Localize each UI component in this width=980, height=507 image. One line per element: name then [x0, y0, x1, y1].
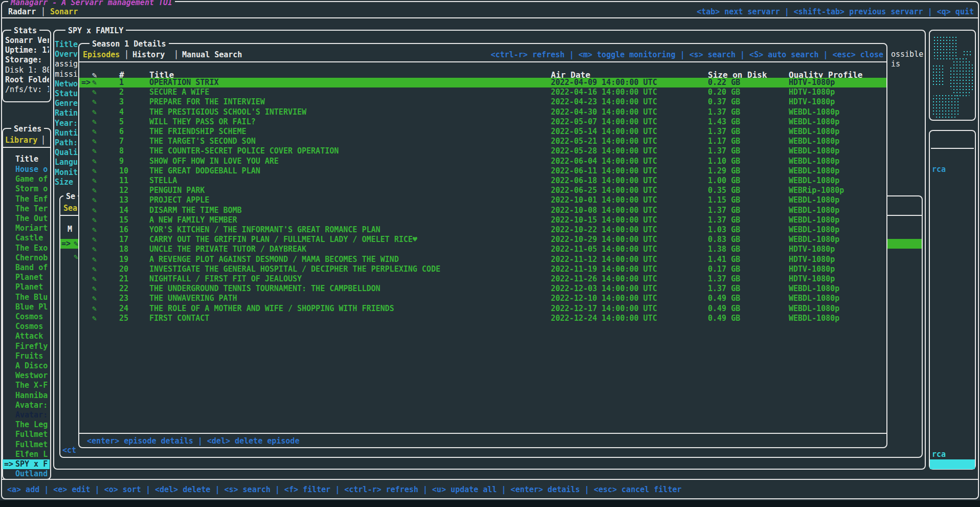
series-detail-field-label: Quali	[55, 148, 78, 158]
series-list-item[interactable]: => Planet	[3, 282, 50, 292]
series-list-item[interactable]: => Blue Pl	[3, 302, 50, 312]
series-item-label: The Ter	[15, 204, 48, 214]
series-list-item[interactable]: => A Disco	[3, 361, 50, 371]
series-list-item[interactable]: => Cosmos	[3, 312, 50, 322]
tab-sonarr[interactable]: Sonarr	[50, 7, 78, 17]
series-list-item[interactable]: => Fullmet	[3, 440, 50, 450]
episode-row[interactable]: => ✎ 8 THE COUNTER-SECRET POLICE COVER O…	[79, 146, 886, 156]
series-list-item[interactable]: => Hanniba	[3, 391, 50, 401]
series-list-item[interactable]: => Castle	[3, 233, 50, 243]
episode-row[interactable]: => ✎ 23 THE UNWAVERING PATH 2022-12-10 1…	[79, 294, 886, 303]
episode-quality-profile: HDTV-1080p	[789, 274, 835, 284]
series-list-item[interactable]: => Firefly	[3, 342, 50, 351]
popup-footer-keybind-hints: <enter> episode details | <del> delete e…	[87, 436, 299, 446]
series-item-label: Cosmos	[15, 312, 43, 322]
episode-number: 23	[119, 294, 128, 303]
series-list-item[interactable]: => The Exo	[3, 244, 50, 253]
series-list-item[interactable]: => Outland	[3, 469, 50, 479]
episode-air-date: 2022-04-16 14:00:00 UTC	[551, 87, 657, 97]
episode-air-date: 2022-10-01 14:00:00 UTC	[551, 195, 657, 205]
series-list-item[interactable]: => Attack	[3, 332, 50, 341]
main-table-right-edge-panel	[929, 130, 976, 470]
episode-air-date: 2022-10-15 14:00:00 UTC	[551, 215, 657, 225]
episode-number: 3	[119, 97, 124, 107]
episode-tag-icon: ✎	[92, 294, 97, 303]
series-list-item[interactable]: => Chernob	[3, 253, 50, 263]
episode-row[interactable]: => ✎ 5 WILL THEY PASS OR FAIL? 2022-05-0…	[79, 117, 886, 127]
episode-row[interactable]: => ✎ 14 DISARM THE TIME BOMB 2022-10-08 …	[79, 206, 886, 215]
episode-row[interactable]: => ✎ 18 UNCLE THE PRIVATE TUTOR / DAYBRE…	[79, 245, 886, 254]
series-list-item[interactable]: => Avatar:	[3, 401, 50, 410]
seasons-column-header-fragment: M	[68, 225, 72, 234]
episode-row[interactable]: => ✎ 7 THE TARGET'S SECOND SON 2022-05-2…	[79, 137, 886, 146]
series-list-item[interactable]: => Cosmos	[3, 322, 50, 332]
episode-tag-icon: ✎	[92, 78, 97, 87]
episode-row[interactable]: => ✎ 1 OPERATION STRIX 2022-04-09 14:00:…	[79, 78, 886, 87]
series-details-title: SPY x FAMILY	[65, 26, 126, 36]
episode-row[interactable]: => ✎ 3 PREPARE FOR THE INTERVIEW 2022-04…	[79, 97, 886, 107]
series-item-label: The Blu	[15, 293, 48, 302]
stats-line: Sonarr Ver	[5, 36, 49, 46]
bottom-help-divider	[2, 479, 978, 480]
episode-size: 1.37 GB	[708, 215, 740, 225]
series-detail-field-label: Genre	[55, 99, 78, 108]
episode-row[interactable]: => ✎ 20 INVESTIGATE THE GENERAL HOSPITAL…	[79, 264, 886, 274]
tab-manual-search[interactable]: Manual Search	[182, 50, 242, 60]
stats-panel-title: Stats	[11, 26, 39, 36]
episode-row[interactable]: => ✎ 22 THE UNDERGROUND TENNIS TOURNAMEN…	[79, 284, 886, 294]
episode-row[interactable]: => ✎ 24 THE ROLE OF A MOTHER AND WIFE / …	[79, 304, 886, 314]
episode-quality-profile: WEBDL-1080p	[789, 215, 839, 225]
series-detail-field-label: Monit	[55, 168, 78, 178]
episode-tag-icon: ✎	[92, 166, 97, 176]
series-list-item[interactable]: => Elfen L	[3, 450, 50, 459]
episode-row[interactable]: => ✎ 25 FIRST CONTACT 2022-12-24 14:00:0…	[79, 314, 886, 323]
episode-title: INVESTIGATE THE GENERAL HOSPITAL / DECIP…	[149, 264, 440, 274]
episode-row[interactable]: => ✎ 19 A REVENGE PLOT AGAINST DESMOND /…	[79, 255, 886, 264]
series-list-item[interactable]: => Avatar:	[3, 410, 50, 420]
series-item-label: Elfen L	[15, 450, 48, 459]
episode-row[interactable]: => ✎ 21 NIGHTFALL / FIRST FIT OF JEALOUS…	[79, 274, 886, 284]
series-list-item[interactable]: => Fullmet	[3, 430, 50, 439]
seasons-tab-fragment[interactable]: Sea	[63, 204, 77, 213]
series-list-item[interactable]: => The Blu	[3, 293, 50, 302]
episode-row[interactable]: => ✎ 11 STELLA 2022-06-18 14:00:00 UTC 1…	[79, 176, 886, 186]
episode-row[interactable]: => ✎ 6 THE FRIENDSHIP SCHEME 2022-05-14 …	[79, 127, 886, 137]
series-item-label: Blue Pl	[15, 302, 48, 312]
episode-row[interactable]: => ✎ 17 CARRY OUT THE GRIFFIN PLAN / FUL…	[79, 235, 886, 245]
episode-quality-profile: HDTV-1080p	[789, 87, 835, 97]
episode-row[interactable]: => ✎ 12 PENGUIN PARK 2022-06-25 14:00:00…	[79, 186, 886, 195]
series-list-item[interactable]: => The X-F	[3, 381, 50, 390]
episode-row[interactable]: => ✎ 13 PROJECT APPLE 2022-10-01 14:00:0…	[79, 195, 886, 205]
episode-row[interactable]: => ✎ 15 A NEW FAMILY MEMBER 2022-10-15 1…	[79, 215, 886, 225]
episode-row[interactable]: => ✎ 10 THE GREAT DODGEBALL PLAN 2022-06…	[79, 166, 886, 176]
episode-quality-profile: HDTV-1080p	[789, 97, 835, 107]
episode-row[interactable]: => ✎ 2 SECURE A WIFE 2022-04-16 14:00:00…	[79, 87, 886, 97]
tab-library[interactable]: Library	[5, 136, 37, 145]
episode-quality-profile: WEBDL-1080p	[789, 294, 839, 303]
series-list-item[interactable]: => The Ter	[3, 204, 50, 214]
tab-history[interactable]: History	[132, 50, 165, 60]
series-list-item[interactable]: => SPY x F	[3, 459, 50, 469]
series-list-item[interactable]: => The Leg	[3, 420, 50, 430]
series-list-item[interactable]: => Moriart	[3, 224, 50, 233]
series-list-item[interactable]: => House o	[3, 165, 50, 174]
episodes-table-body: => ✎ 1 OPERATION STRIX 2022-04-09 14:00:…	[79, 78, 886, 324]
season-details-popup-title: Season 1 Details	[90, 39, 169, 49]
series-list-item[interactable]: => Planet	[3, 273, 50, 282]
episode-row[interactable]: => ✎ 16 YOR'S KITCHEN / THE INFORMANT'S …	[79, 225, 886, 235]
episode-row[interactable]: => ✎ 4 THE PRESTIGIOUS SCHOOL'S INTERVIE…	[79, 107, 886, 117]
episode-quality-profile: WEBDL-1080p	[789, 166, 839, 176]
series-list-item[interactable]: => Storm o	[3, 184, 50, 194]
episode-quality-profile: WEBDL-1080p	[789, 235, 839, 245]
series-list-item[interactable]: => Band of	[3, 263, 50, 273]
top-box-divider	[2, 17, 978, 18]
series-item-label: Fullmet	[15, 430, 48, 439]
series-list-item[interactable]: => The Out	[3, 214, 50, 224]
tab-episodes[interactable]: Episodes	[83, 50, 120, 60]
series-list-item[interactable]: => Game of	[3, 174, 50, 184]
episode-row[interactable]: => ✎ 9 SHOW OFF HOW IN LOVE YOU ARE 2022…	[79, 157, 886, 166]
series-list-item[interactable]: => The Enf	[3, 194, 50, 204]
series-list-item[interactable]: => Fruits	[3, 351, 50, 361]
series-list-item[interactable]: => Westwor	[3, 371, 50, 381]
tab-radarr[interactable]: Radarr	[8, 7, 36, 17]
